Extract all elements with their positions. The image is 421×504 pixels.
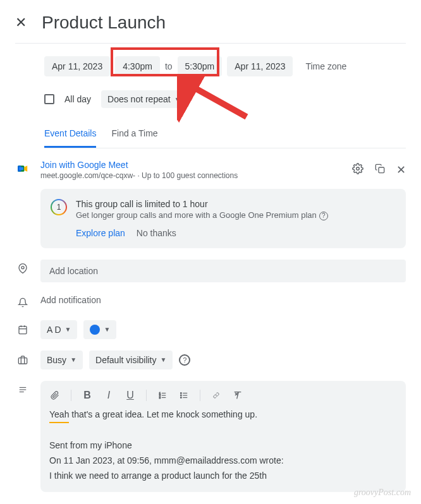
description-text[interactable]: Yeah that's a great idea. Let me knock s… xyxy=(49,407,397,484)
svg-rect-6 xyxy=(19,326,27,333)
help-icon[interactable]: ? xyxy=(179,354,190,366)
color-dot xyxy=(90,325,100,335)
bell-icon xyxy=(15,296,28,309)
help-icon[interactable]: ? xyxy=(319,212,328,220)
calendar-icon xyxy=(15,323,28,336)
briefcase-icon xyxy=(15,354,28,366)
meet-connections: Up to 100 guest connections xyxy=(142,171,238,180)
event-title[interactable]: Product Launch xyxy=(42,13,406,33)
google-one-banner: 1 This group call is limited to 1 hour G… xyxy=(40,189,406,248)
end-time[interactable]: 5:30pm xyxy=(178,56,223,76)
gear-icon[interactable] xyxy=(352,163,363,177)
attachment-icon[interactable] xyxy=(49,390,61,401)
chevron-down-icon: ▼ xyxy=(174,96,181,103)
chevron-down-icon: ▼ xyxy=(161,356,167,363)
meet-join-link[interactable]: Join with Google Meet xyxy=(40,160,238,170)
svg-point-23 xyxy=(180,392,181,393)
start-time[interactable]: 4:30pm xyxy=(115,56,160,76)
description-icon xyxy=(15,383,28,396)
allday-checkbox[interactable] xyxy=(44,94,54,104)
svg-point-5 xyxy=(21,266,24,268)
bold-icon[interactable]: B xyxy=(82,390,93,401)
meet-icon xyxy=(15,162,28,175)
chevron-down-icon: ▼ xyxy=(70,356,76,363)
underline-icon[interactable]: U xyxy=(125,390,136,401)
start-date[interactable]: Apr 11, 2023 xyxy=(44,56,110,76)
calendar-color-dropdown[interactable]: ▼ xyxy=(83,320,116,339)
svg-rect-4 xyxy=(379,167,384,173)
remove-meet-icon[interactable]: ✕ xyxy=(396,163,406,177)
description-editor[interactable]: B I U 123 Yeah that's a great xyxy=(40,381,406,493)
copy-icon[interactable] xyxy=(375,163,385,177)
svg-text:3: 3 xyxy=(159,395,161,399)
svg-point-24 xyxy=(180,395,181,396)
banner-desc: Get longer group calls and more with a G… xyxy=(76,210,317,220)
banner-title: This group call is limited to 1 hour xyxy=(76,199,396,209)
explore-plan-link[interactable]: Explore plan xyxy=(76,228,125,238)
svg-point-3 xyxy=(357,167,360,171)
allday-label: All day xyxy=(64,94,91,104)
end-date[interactable]: Apr 11, 2023 xyxy=(227,56,293,76)
location-input[interactable]: Add location xyxy=(40,260,406,282)
no-thanks-link[interactable]: No thanks xyxy=(137,228,176,238)
svg-rect-10 xyxy=(18,357,27,363)
close-icon[interactable]: ✕ xyxy=(15,15,27,31)
numbered-list-icon[interactable]: 123 xyxy=(157,391,168,400)
bullet-list-icon[interactable] xyxy=(178,391,190,400)
clear-format-icon[interactable] xyxy=(232,390,243,400)
repeat-dropdown[interactable]: Does not repeat ▼ xyxy=(101,90,187,108)
meet-url: meet.google.com/qce-cqxw- xyxy=(40,171,135,180)
tab-event-details[interactable]: Event Details xyxy=(44,128,96,148)
add-notification-button[interactable]: Add notification xyxy=(40,294,101,305)
chevron-down-icon: ▼ xyxy=(65,326,71,333)
svg-point-25 xyxy=(180,397,181,398)
calendar-owner-dropdown[interactable]: A D ▼ xyxy=(40,320,77,339)
google-one-icon: 1 xyxy=(51,199,67,215)
chevron-down-icon: ▼ xyxy=(104,326,110,333)
italic-icon[interactable]: I xyxy=(103,390,114,401)
timezone-button[interactable]: Time zone xyxy=(305,61,346,71)
visibility-dropdown[interactable]: Default visibility ▼ xyxy=(89,351,173,369)
watermark: groovyPost.com xyxy=(354,488,411,498)
tab-find-time[interactable]: Find a Time xyxy=(111,128,157,148)
location-icon xyxy=(15,262,28,275)
svg-rect-2 xyxy=(19,167,23,171)
to-label: to xyxy=(165,61,173,71)
busy-dropdown[interactable]: Busy ▼ xyxy=(40,351,83,369)
link-icon[interactable] xyxy=(210,392,222,399)
